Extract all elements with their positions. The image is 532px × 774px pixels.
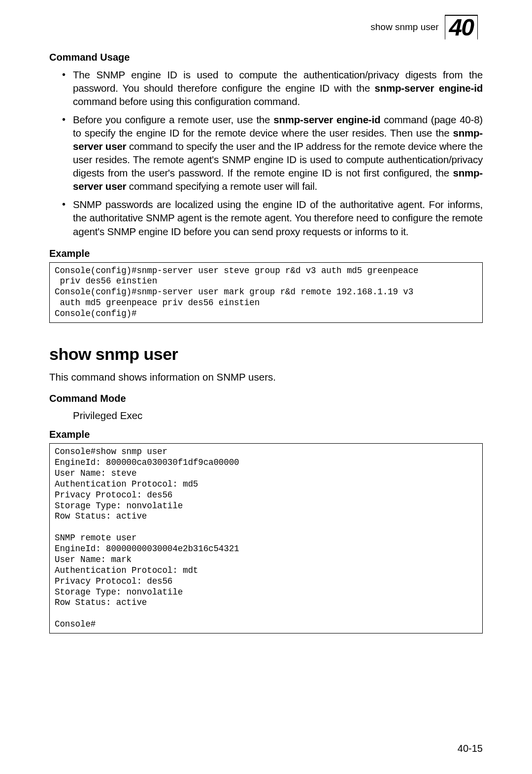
chapter-number: 40 — [449, 16, 473, 39]
text-segment: command specifying a remote user will fa… — [126, 180, 317, 192]
code-example-2: Console#show snmp user EngineId: 800000c… — [49, 443, 483, 633]
bold-text: snmp-server engine-id — [374, 82, 483, 94]
page-header: show snmp user 40 — [49, 15, 483, 39]
list-item: SNMP passwords are localized using the e… — [73, 198, 483, 238]
text-segment: command before using this configuration … — [73, 96, 300, 107]
show-snmp-user-heading: show snmp user — [49, 345, 483, 364]
bold-text: snmp-server engine-id — [273, 114, 380, 125]
text-segment: Before you configure a remote user, use … — [73, 114, 273, 125]
chapter-number-box: 40 — [445, 15, 478, 39]
command-usage-list: The SNMP engine ID is used to compute th… — [49, 68, 483, 238]
show-snmp-user-description: This command shows information on SNMP u… — [49, 371, 483, 384]
command-usage-heading: Command Usage — [49, 52, 483, 63]
page-number: 40-15 — [458, 743, 483, 754]
list-item: Before you configure a remote user, use … — [73, 113, 483, 193]
text-segment: command to specify the user and the IP a… — [73, 141, 483, 178]
command-mode-heading: Command Mode — [49, 393, 483, 404]
list-item: The SNMP engine ID is used to compute th… — [73, 68, 483, 108]
code-example: Console(config)#snmp-server user steve g… — [49, 262, 483, 323]
text-segment: SNMP passwords are localized using the e… — [73, 199, 483, 237]
example-heading: Example — [49, 248, 483, 259]
running-title: show snmp user — [370, 22, 438, 33]
example-heading-2: Example — [49, 429, 483, 440]
command-mode-value: Privileged Exec — [49, 409, 483, 422]
